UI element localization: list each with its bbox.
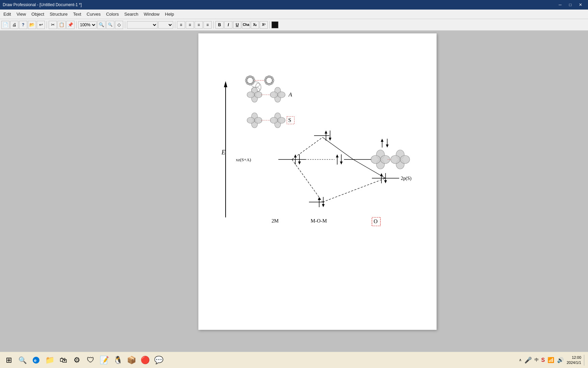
zoom-in-button[interactable]: 🔍: [97, 21, 105, 29]
svg-point-67: [391, 155, 400, 164]
svg-line-36: [292, 159, 323, 202]
taskbar: ⊞ 🔍 e 📁 🛍 ⚙ 🛡 📝 🐧 📦 🔴 💬 ∧ 🎤 中 S 📶 🔊 12:0…: [0, 352, 588, 368]
taskbar-wifi[interactable]: 📶: [548, 357, 554, 363]
menu-view[interactable]: View: [14, 10, 29, 18]
svg-point-20: [278, 92, 285, 98]
canvas-wrapper[interactable]: E: [115, 31, 520, 356]
svg-marker-50: [329, 138, 331, 141]
maximize-button[interactable]: □: [566, 2, 575, 8]
start-button[interactable]: ⊞: [3, 354, 15, 366]
underline-button[interactable]: U: [233, 21, 241, 29]
zoom-select[interactable]: 100% 75% 150%: [78, 21, 97, 29]
menu-search[interactable]: Search: [121, 10, 141, 18]
svg-text:xz(S+A): xz(S+A): [236, 157, 251, 162]
svg-marker-70: [381, 139, 383, 142]
svg-point-24: [247, 117, 255, 123]
strikethrough-button[interactable]: Cha: [242, 21, 250, 29]
taskbar-show-desktop[interactable]: [584, 355, 585, 366]
taskbar-app2[interactable]: 💬: [152, 354, 165, 366]
svg-point-6: [245, 77, 255, 83]
menu-text[interactable]: Text: [70, 10, 84, 18]
menu-curves[interactable]: Curves: [84, 10, 103, 18]
svg-point-11: [264, 77, 274, 83]
align-right-button[interactable]: ≡: [195, 21, 203, 29]
taskbar-mic[interactable]: 🎤: [524, 356, 532, 364]
taskbar-notepad[interactable]: 📝: [98, 354, 110, 366]
menu-help[interactable]: Help: [162, 10, 177, 18]
taskbar-box[interactable]: 📦: [125, 354, 137, 366]
menu-window[interactable]: Window: [141, 10, 162, 18]
undo-button[interactable]: ↩: [37, 21, 45, 29]
svg-point-62: [371, 155, 380, 164]
svg-text:e: e: [34, 358, 36, 363]
color-box-button[interactable]: [272, 21, 278, 28]
font-select[interactable]: [127, 21, 158, 29]
svg-text:2M: 2M: [272, 218, 279, 224]
print-button[interactable]: 🖨: [10, 21, 18, 29]
svg-point-30: [278, 117, 285, 123]
separator-5: [213, 21, 214, 29]
align-center-button[interactable]: ≡: [186, 21, 194, 29]
svg-point-9: [264, 75, 275, 86]
taskbar-volume[interactable]: 🔊: [557, 357, 564, 363]
taskbar-explorer[interactable]: 📁: [44, 354, 56, 366]
left-panel: [0, 31, 115, 356]
taskbar-right: ∧ 🎤 中 S 📶 🔊 12:00 2024/1/1: [519, 355, 586, 366]
separator-2: [76, 21, 77, 29]
taskbar-security[interactable]: 🛡: [84, 354, 97, 366]
align-left-button[interactable]: ≡: [177, 21, 185, 29]
taskbar-clock: 12:00: [567, 355, 581, 360]
italic-button[interactable]: I: [224, 21, 232, 29]
svg-point-19: [270, 92, 278, 98]
taskbar-chevron[interactable]: ∧: [519, 358, 522, 362]
svg-marker-54: [322, 204, 325, 207]
main-area: E: [0, 31, 588, 356]
paste-button[interactable]: 📌: [66, 21, 75, 29]
taskbar-date: 2024/1/1: [567, 360, 581, 365]
taskbar-edge[interactable]: e: [30, 354, 42, 366]
fontsize-select[interactable]: [158, 21, 173, 29]
svg-point-14: [247, 92, 255, 98]
svg-text:O: O: [374, 218, 378, 224]
svg-text:S: S: [288, 117, 291, 123]
svg-marker-75: [380, 173, 383, 176]
taskbar-zh[interactable]: 中: [535, 357, 539, 363]
svg-point-15: [255, 92, 262, 98]
taskbar-time: 12:00 2024/1/1: [567, 355, 581, 365]
svg-marker-77: [384, 180, 387, 183]
help-icon-btn[interactable]: ?: [19, 21, 27, 29]
copy-button[interactable]: 📋: [58, 21, 66, 29]
close-button[interactable]: ✕: [576, 2, 585, 8]
mo-diagram: E: [219, 74, 430, 265]
svg-marker-58: [340, 162, 343, 165]
svg-point-5: [247, 76, 253, 85]
svg-point-29: [270, 117, 278, 123]
task-view-button[interactable]: 🔍: [16, 354, 29, 366]
menu-edit[interactable]: Edit: [1, 10, 14, 18]
menu-structure[interactable]: Structure: [47, 10, 70, 18]
svg-point-25: [255, 117, 262, 123]
separator-1: [47, 21, 47, 29]
cut-button[interactable]: ✂: [49, 21, 57, 29]
taskbar-settings[interactable]: ⚙: [71, 354, 83, 366]
align-justify-button[interactable]: ≡: [203, 21, 212, 29]
zoom-out-button[interactable]: 🔍: [106, 21, 114, 29]
taskbar-app1[interactable]: 🔴: [139, 354, 151, 366]
svg-line-37: [323, 178, 386, 202]
svg-marker-44: [298, 162, 301, 165]
separator-6: [270, 21, 270, 29]
draw-tool[interactable]: ◇: [115, 21, 123, 29]
menu-object[interactable]: Object: [29, 10, 47, 18]
new-button[interactable]: 📄: [1, 21, 10, 29]
subscript-button[interactable]: X₂: [251, 21, 259, 29]
taskbar-s[interactable]: S: [541, 357, 545, 363]
taskbar-store[interactable]: 🛍: [57, 354, 69, 366]
minimize-button[interactable]: ─: [555, 2, 565, 8]
menu-colors[interactable]: Colors: [103, 10, 122, 18]
bold-button[interactable]: B: [215, 21, 224, 29]
open-button[interactable]: 📂: [28, 21, 36, 29]
svg-text:M-O-M: M-O-M: [311, 218, 327, 224]
window-controls: ─ □ ✕: [555, 2, 585, 8]
superscript-button[interactable]: X²: [260, 21, 268, 29]
taskbar-tux[interactable]: 🐧: [112, 354, 124, 366]
